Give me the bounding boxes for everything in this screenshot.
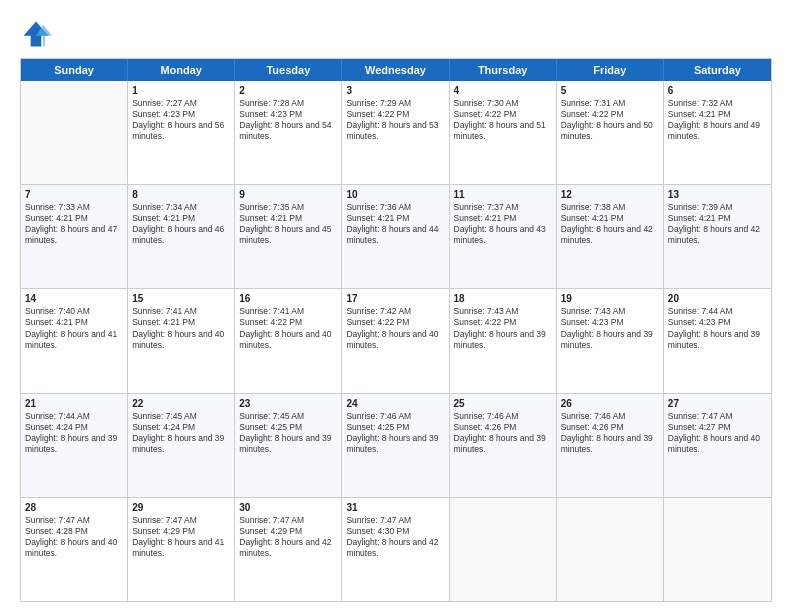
day-number: 10 — [346, 188, 444, 201]
daylight-line: Daylight: 8 hours and 39 minutes. — [561, 329, 659, 351]
cal-header-cell: Thursday — [450, 59, 557, 81]
calendar-row: 28 Sunrise: 7:47 AM Sunset: 4:28 PM Dayl… — [21, 497, 771, 601]
sunset-line: Sunset: 4:23 PM — [132, 109, 230, 120]
logo-icon — [20, 18, 52, 50]
sunset-line: Sunset: 4:24 PM — [132, 422, 230, 433]
daylight-line: Daylight: 8 hours and 39 minutes. — [132, 433, 230, 455]
sunset-line: Sunset: 4:25 PM — [239, 422, 337, 433]
day-number: 19 — [561, 292, 659, 305]
cal-header-cell: Saturday — [664, 59, 771, 81]
day-number: 6 — [668, 84, 767, 97]
sunrise-line: Sunrise: 7:47 AM — [132, 515, 230, 526]
calendar-cell: 5 Sunrise: 7:31 AM Sunset: 4:22 PM Dayli… — [557, 81, 664, 184]
calendar-cell: 30 Sunrise: 7:47 AM Sunset: 4:29 PM Dayl… — [235, 498, 342, 601]
sunrise-line: Sunrise: 7:47 AM — [346, 515, 444, 526]
calendar: SundayMondayTuesdayWednesdayThursdayFrid… — [20, 58, 772, 602]
day-number: 23 — [239, 397, 337, 410]
day-number: 17 — [346, 292, 444, 305]
calendar-cell — [450, 498, 557, 601]
daylight-line: Daylight: 8 hours and 44 minutes. — [346, 224, 444, 246]
daylight-line: Daylight: 8 hours and 39 minutes. — [454, 433, 552, 455]
cal-header-cell: Friday — [557, 59, 664, 81]
sunset-line: Sunset: 4:29 PM — [132, 526, 230, 537]
daylight-line: Daylight: 8 hours and 40 minutes. — [25, 537, 123, 559]
sunset-line: Sunset: 4:21 PM — [25, 213, 123, 224]
sunrise-line: Sunrise: 7:27 AM — [132, 98, 230, 109]
calendar-header: SundayMondayTuesdayWednesdayThursdayFrid… — [21, 59, 771, 81]
daylight-line: Daylight: 8 hours and 51 minutes. — [454, 120, 552, 142]
day-number: 28 — [25, 501, 123, 514]
calendar-cell: 25 Sunrise: 7:46 AM Sunset: 4:26 PM Dayl… — [450, 394, 557, 497]
day-number: 11 — [454, 188, 552, 201]
calendar-cell: 7 Sunrise: 7:33 AM Sunset: 4:21 PM Dayli… — [21, 185, 128, 288]
sunrise-line: Sunrise: 7:47 AM — [239, 515, 337, 526]
calendar-cell: 15 Sunrise: 7:41 AM Sunset: 4:21 PM Dayl… — [128, 289, 235, 392]
sunset-line: Sunset: 4:22 PM — [454, 109, 552, 120]
sunset-line: Sunset: 4:26 PM — [561, 422, 659, 433]
sunset-line: Sunset: 4:26 PM — [454, 422, 552, 433]
daylight-line: Daylight: 8 hours and 40 minutes. — [346, 329, 444, 351]
sunrise-line: Sunrise: 7:28 AM — [239, 98, 337, 109]
sunrise-line: Sunrise: 7:38 AM — [561, 202, 659, 213]
sunrise-line: Sunrise: 7:34 AM — [132, 202, 230, 213]
sunrise-line: Sunrise: 7:43 AM — [454, 306, 552, 317]
sunset-line: Sunset: 4:21 PM — [132, 317, 230, 328]
calendar-cell: 17 Sunrise: 7:42 AM Sunset: 4:22 PM Dayl… — [342, 289, 449, 392]
sunrise-line: Sunrise: 7:29 AM — [346, 98, 444, 109]
daylight-line: Daylight: 8 hours and 40 minutes. — [239, 329, 337, 351]
daylight-line: Daylight: 8 hours and 39 minutes. — [668, 329, 767, 351]
cal-header-cell: Wednesday — [342, 59, 449, 81]
daylight-line: Daylight: 8 hours and 56 minutes. — [132, 120, 230, 142]
daylight-line: Daylight: 8 hours and 41 minutes. — [25, 329, 123, 351]
calendar-cell: 8 Sunrise: 7:34 AM Sunset: 4:21 PM Dayli… — [128, 185, 235, 288]
sunrise-line: Sunrise: 7:47 AM — [668, 411, 767, 422]
sunset-line: Sunset: 4:28 PM — [25, 526, 123, 537]
sunset-line: Sunset: 4:22 PM — [346, 109, 444, 120]
calendar-row: 14 Sunrise: 7:40 AM Sunset: 4:21 PM Dayl… — [21, 288, 771, 392]
calendar-body: 1 Sunrise: 7:27 AM Sunset: 4:23 PM Dayli… — [21, 81, 771, 601]
calendar-cell: 28 Sunrise: 7:47 AM Sunset: 4:28 PM Dayl… — [21, 498, 128, 601]
daylight-line: Daylight: 8 hours and 40 minutes. — [668, 433, 767, 455]
calendar-cell: 26 Sunrise: 7:46 AM Sunset: 4:26 PM Dayl… — [557, 394, 664, 497]
day-number: 26 — [561, 397, 659, 410]
daylight-line: Daylight: 8 hours and 39 minutes. — [25, 433, 123, 455]
daylight-line: Daylight: 8 hours and 49 minutes. — [668, 120, 767, 142]
sunrise-line: Sunrise: 7:46 AM — [561, 411, 659, 422]
sunset-line: Sunset: 4:23 PM — [668, 317, 767, 328]
sunset-line: Sunset: 4:21 PM — [25, 317, 123, 328]
calendar-cell: 2 Sunrise: 7:28 AM Sunset: 4:23 PM Dayli… — [235, 81, 342, 184]
sunset-line: Sunset: 4:21 PM — [561, 213, 659, 224]
sunset-line: Sunset: 4:22 PM — [454, 317, 552, 328]
calendar-cell: 4 Sunrise: 7:30 AM Sunset: 4:22 PM Dayli… — [450, 81, 557, 184]
daylight-line: Daylight: 8 hours and 39 minutes. — [346, 433, 444, 455]
day-number: 13 — [668, 188, 767, 201]
sunrise-line: Sunrise: 7:40 AM — [25, 306, 123, 317]
calendar-cell: 24 Sunrise: 7:46 AM Sunset: 4:25 PM Dayl… — [342, 394, 449, 497]
sunset-line: Sunset: 4:23 PM — [239, 109, 337, 120]
daylight-line: Daylight: 8 hours and 42 minutes. — [561, 224, 659, 246]
calendar-cell: 22 Sunrise: 7:45 AM Sunset: 4:24 PM Dayl… — [128, 394, 235, 497]
calendar-cell: 6 Sunrise: 7:32 AM Sunset: 4:21 PM Dayli… — [664, 81, 771, 184]
sunset-line: Sunset: 4:22 PM — [239, 317, 337, 328]
calendar-cell: 18 Sunrise: 7:43 AM Sunset: 4:22 PM Dayl… — [450, 289, 557, 392]
calendar-cell: 29 Sunrise: 7:47 AM Sunset: 4:29 PM Dayl… — [128, 498, 235, 601]
day-number: 4 — [454, 84, 552, 97]
daylight-line: Daylight: 8 hours and 47 minutes. — [25, 224, 123, 246]
cal-header-cell: Tuesday — [235, 59, 342, 81]
sunset-line: Sunset: 4:29 PM — [239, 526, 337, 537]
calendar-cell: 10 Sunrise: 7:36 AM Sunset: 4:21 PM Dayl… — [342, 185, 449, 288]
day-number: 9 — [239, 188, 337, 201]
daylight-line: Daylight: 8 hours and 46 minutes. — [132, 224, 230, 246]
day-number: 3 — [346, 84, 444, 97]
calendar-cell: 1 Sunrise: 7:27 AM Sunset: 4:23 PM Dayli… — [128, 81, 235, 184]
sunrise-line: Sunrise: 7:44 AM — [668, 306, 767, 317]
calendar-row: 21 Sunrise: 7:44 AM Sunset: 4:24 PM Dayl… — [21, 393, 771, 497]
sunrise-line: Sunrise: 7:44 AM — [25, 411, 123, 422]
sunrise-line: Sunrise: 7:31 AM — [561, 98, 659, 109]
cal-header-cell: Sunday — [21, 59, 128, 81]
day-number: 12 — [561, 188, 659, 201]
calendar-cell — [664, 498, 771, 601]
calendar-cell: 19 Sunrise: 7:43 AM Sunset: 4:23 PM Dayl… — [557, 289, 664, 392]
calendar-cell: 13 Sunrise: 7:39 AM Sunset: 4:21 PM Dayl… — [664, 185, 771, 288]
sunset-line: Sunset: 4:27 PM — [668, 422, 767, 433]
